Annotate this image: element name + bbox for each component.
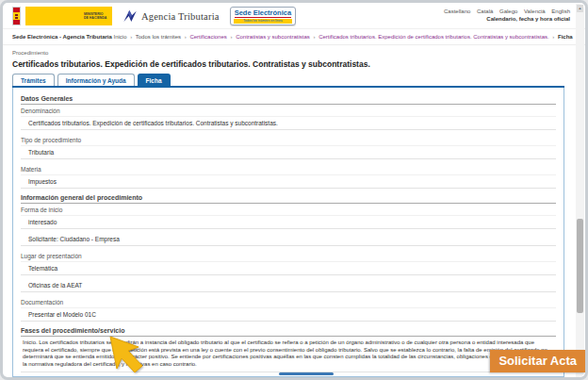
field-value-documentacion: Presentar el Modelo 01C <box>21 308 556 322</box>
breadcrumb-item-inicio[interactable]: Inicio <box>113 34 126 40</box>
vertical-scrollbar[interactable]: ▲ <box>576 4 584 377</box>
section-heading-informacion-general: Información general del procedimiento <box>21 192 556 204</box>
page-title: Certificados tributarios. Expedición de … <box>12 59 564 69</box>
breadcrumb-separator: › <box>552 34 554 40</box>
calendar-link[interactable]: Calendario, fecha y hora oficial <box>439 16 570 22</box>
lang-galego[interactable]: Galego <box>499 8 517 14</box>
section-heading-datos-generales: Datos Generales <box>21 93 556 105</box>
lang-valencia[interactable]: Valencià <box>524 8 546 14</box>
spain-flag-icon <box>12 7 21 25</box>
field-label-lugar-presentacion: Lugar de presentación <box>21 250 556 262</box>
breadcrumb-item-tramites[interactable]: Todos los trámites <box>136 34 181 40</box>
breadcrumb-separator: › <box>230 34 232 40</box>
breadcrumb-item-certificaciones[interactable]: Certificaciones <box>189 34 226 40</box>
field-value-solicitante: Solicitante: Ciudadano - Empresa <box>21 233 556 246</box>
sede-badge-subtitle: Todos los trámites en línea <box>234 19 292 24</box>
field-value-lugar-telematica: Telemática <box>21 262 556 275</box>
breadcrumb-item-ficha: Ficha <box>558 34 573 40</box>
brand-name: Agencia Tributaria <box>141 11 220 22</box>
field-value-tipo-procedimiento: Tributaria <box>21 146 556 159</box>
sede-badge-title: Sede Electrónica <box>235 8 291 18</box>
tab-bar: Trámites Información y Ayuda Ficha <box>12 74 564 86</box>
section-heading-formularios: Formularios <box>21 375 556 377</box>
pointer-arrow-annotation-icon <box>108 335 152 374</box>
tab-tramites[interactable]: Trámites <box>12 74 55 86</box>
aeat-swoosh-icon <box>122 9 138 23</box>
browser-window: MINISTERIO DE HACIENDA Agencia Tributari… <box>0 0 588 380</box>
breadcrumb-separator: › <box>185 34 187 40</box>
lang-castellano[interactable]: Castellano <box>444 8 470 14</box>
field-value-lugar-oficinas: Oficinas de la AEAT <box>21 279 556 292</box>
horizontal-scrollbar-thumb[interactable] <box>279 372 334 375</box>
fases-description: Inicio. Los certificados tributarios se … <box>21 337 556 372</box>
breadcrumb: Sede Electrónica - Agencia Tributaria In… <box>3 29 585 45</box>
lang-catala[interactable]: Català <box>477 8 493 14</box>
vertical-scrollbar-thumb[interactable] <box>577 219 583 313</box>
tab-ficha[interactable]: Ficha <box>138 74 171 86</box>
breadcrumb-item-certificados[interactable]: Certificados tributarios. Expedición de … <box>318 34 548 40</box>
site-header: MINISTERIO DE HACIENDA Agencia Tributari… <box>3 3 585 29</box>
lang-english[interactable]: English <box>551 8 570 14</box>
tab-informacion-ayuda[interactable]: Información y Ayuda <box>57 74 135 86</box>
procedimiento-kicker: Procedimiento <box>12 50 564 56</box>
field-label-materia: Materia <box>21 163 556 175</box>
language-switcher: Castellano Català Galego Valencià Englis… <box>439 8 570 14</box>
field-label-documentacion: Documentación <box>21 296 556 308</box>
breadcrumb-item-contratistas[interactable]: Contratistas y subcontratistas <box>236 34 310 40</box>
field-value-denominacion: Certificados tributarios. Expedición de … <box>21 117 556 130</box>
field-label-denominacion: Denominación <box>21 105 556 117</box>
ministry-label: MINISTERIO DE HACIENDA <box>84 12 108 20</box>
field-label-tipo-procedimiento: Tipo de procedimiento <box>21 134 556 146</box>
field-value-forma-inicio: interesado <box>21 216 556 229</box>
ficha-panel: Datos Generales Denominación Certificado… <box>12 88 564 377</box>
breadcrumb-separator: › <box>314 34 316 40</box>
solicitar-acta-button[interactable]: Solicitar Acta <box>490 350 585 372</box>
agencia-tributaria-logo[interactable]: Agencia Tributaria <box>122 9 220 23</box>
breadcrumb-prefix: Sede Electrónica - Agencia Tributaria <box>12 34 112 40</box>
field-label-forma-inicio: Forma de inicio <box>21 204 556 216</box>
ministry-logo[interactable]: MINISTERIO DE HACIENDA <box>25 7 112 25</box>
sede-electronica-badge[interactable]: Sede Electrónica Todos los trámites en l… <box>230 7 296 25</box>
section-heading-fases: Fases del procedimiento/servicio <box>21 325 556 337</box>
scroll-up-arrow-icon[interactable]: ▲ <box>577 5 583 12</box>
field-value-materia: Impuestos <box>21 175 556 189</box>
breadcrumb-separator: › <box>130 34 132 40</box>
